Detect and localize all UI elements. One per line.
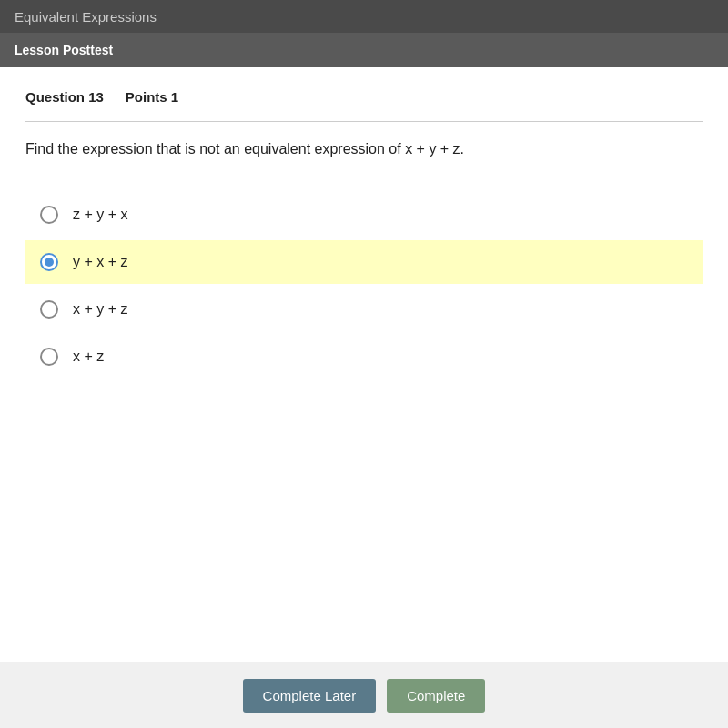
radio-b[interactable] [40,253,58,271]
radio-d[interactable] [40,348,58,366]
divider [25,121,703,122]
lesson-posttest-bar: Lesson Posttest [0,33,728,67]
question-points: Points 1 [126,89,178,105]
radio-c[interactable] [40,300,58,318]
question-text: Find the expression that is not an equiv… [25,138,703,160]
main-content: Question 13 Points 1 Find the expression… [0,67,728,728]
radio-a[interactable] [40,206,58,224]
answer-option-c[interactable]: x + y + z [25,288,703,331]
answer-options: z + y + x y + x + z x + y + z x + z [25,193,703,379]
complete-button[interactable]: Complete [387,679,485,713]
answer-text-b: y + x + z [73,254,127,270]
answer-text-a: z + y + x [73,207,127,223]
question-number: Question 13 [25,89,104,105]
lesson-posttest-label: Lesson Posttest [15,43,113,57]
answer-option-b[interactable]: y + x + z [25,240,703,284]
answer-text-c: x + y + z [73,301,127,318]
answer-option-a[interactable]: z + y + x [25,193,703,237]
answer-text-d: x + z [73,349,104,365]
complete-later-button[interactable]: Complete Later [243,679,377,713]
top-bar-title: Equivalent Expressions [15,9,157,25]
radio-b-inner [45,258,54,267]
answer-option-d[interactable]: x + z [25,335,703,379]
question-header: Question 13 Points 1 [25,89,703,105]
top-bar: Equivalent Expressions [0,0,728,33]
bottom-bar: Complete Later Complete [0,662,728,728]
